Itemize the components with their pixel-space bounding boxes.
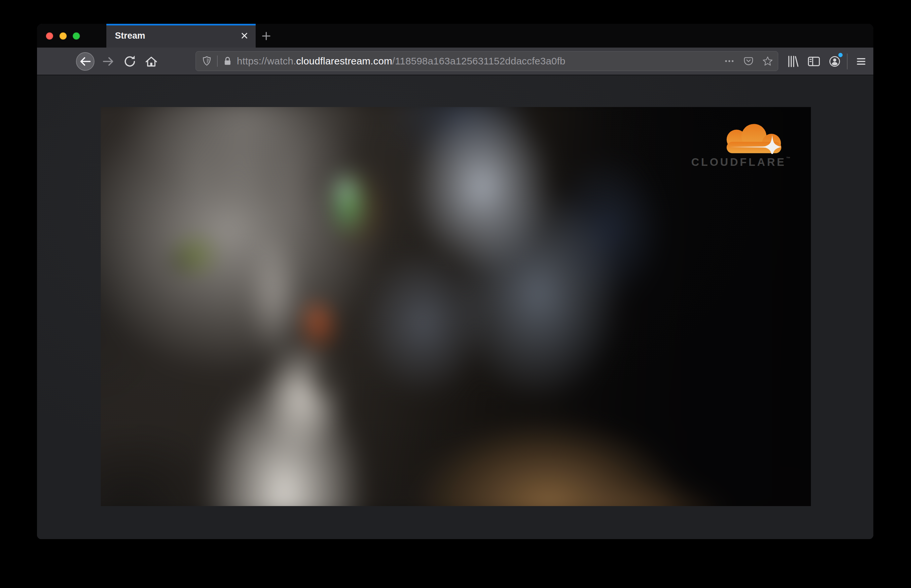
lock-icon[interactable] <box>222 56 233 66</box>
star-icon <box>762 55 773 67</box>
tab-stream[interactable]: Stream <box>107 24 256 48</box>
urlbar-separator <box>217 55 218 67</box>
url-text[interactable]: https://watch.cloudflarestream.com/11859… <box>237 55 724 67</box>
bookmark-star-button[interactable] <box>762 55 773 67</box>
tab-close-button[interactable] <box>238 29 251 42</box>
browser-window: Stream <box>37 24 873 539</box>
new-tab-button[interactable] <box>261 31 272 42</box>
menu-button[interactable] <box>852 52 871 71</box>
cloudflare-wordmark: CLOUDFLARE™ <box>682 156 790 168</box>
url-domain: cloudflarestream.com <box>296 55 393 66</box>
pocket-icon <box>743 55 754 67</box>
url-bar[interactable]: https://watch.cloudflarestream.com/11859… <box>195 51 778 71</box>
url-path: /118598a163a125631152ddaccfe3a0fb <box>392 55 565 66</box>
window-zoom-button[interactable] <box>73 32 80 40</box>
home-icon <box>144 54 158 69</box>
back-button[interactable] <box>76 52 94 71</box>
window-close-button[interactable] <box>46 32 53 40</box>
tracking-protection-shield-icon[interactable] <box>201 55 212 67</box>
navigation-toolbar: https://watch.cloudflarestream.com/11859… <box>37 48 873 75</box>
toolbar-separator <box>847 53 848 69</box>
sidebars-button[interactable] <box>804 52 823 71</box>
cloudflare-cloud-logo-icon <box>714 124 790 154</box>
pocket-button[interactable] <box>743 55 754 67</box>
home-button[interactable] <box>142 52 160 71</box>
urlbar-actions <box>724 55 773 67</box>
url-scheme: https://watch. <box>237 55 296 66</box>
forward-arrow-icon <box>101 54 116 69</box>
window-minimize-button[interactable] <box>60 32 67 40</box>
trademark-symbol: ™ <box>786 156 790 161</box>
account-button[interactable] <box>825 52 844 71</box>
plus-icon <box>261 31 271 41</box>
video-player[interactable]: CLOUDFLARE™ <box>101 107 811 506</box>
forward-button[interactable] <box>99 52 118 71</box>
reload-icon <box>123 54 137 69</box>
account-notification-dot <box>838 53 843 57</box>
hamburger-icon <box>854 54 868 69</box>
page-content: CLOUDFLARE™ <box>37 75 873 539</box>
back-arrow-icon <box>78 54 92 69</box>
ellipsis-icon <box>724 55 735 67</box>
cloudflare-watermark: CLOUDFLARE™ <box>682 124 790 168</box>
tab-bar: Stream <box>37 24 873 48</box>
sidebar-icon <box>807 54 821 69</box>
library-icon <box>785 54 800 69</box>
library-button[interactable] <box>783 52 802 71</box>
tab-title: Stream <box>107 31 238 41</box>
reload-button[interactable] <box>121 52 139 71</box>
close-icon <box>240 31 249 40</box>
page-actions-button[interactable] <box>724 55 735 67</box>
